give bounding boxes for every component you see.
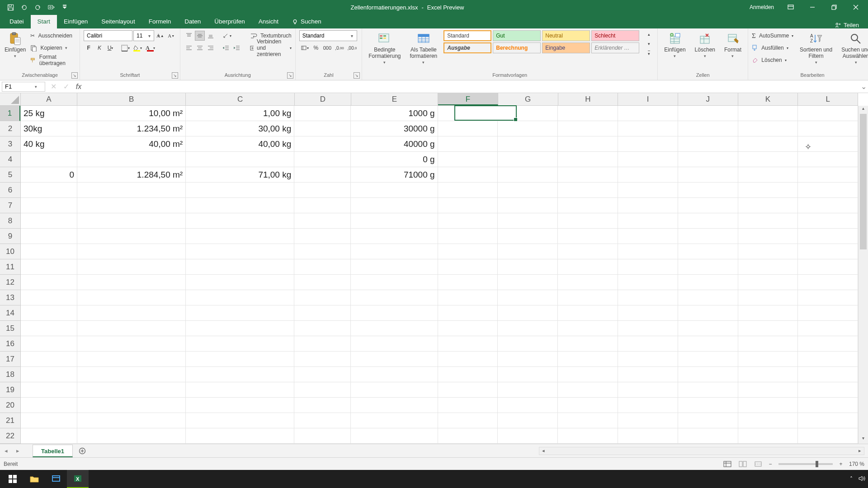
gallery-more-icon[interactable]: ▾ [644, 49, 654, 57]
cell[interactable] [21, 428, 77, 444]
cell[interactable] [798, 275, 858, 290]
cell[interactable] [438, 183, 498, 198]
cell[interactable] [294, 183, 351, 198]
sheet-nav-next-icon[interactable]: ▸ [12, 447, 24, 454]
cell[interactable] [294, 336, 351, 352]
cell[interactable] [558, 305, 618, 321]
cell[interactable] [186, 382, 294, 398]
cell[interactable] [618, 229, 678, 244]
cell[interactable] [678, 229, 738, 244]
cell[interactable] [21, 321, 77, 336]
cell[interactable] [798, 382, 858, 398]
cell[interactable] [438, 244, 498, 259]
cell[interactable] [438, 275, 498, 290]
cell[interactable] [798, 244, 858, 259]
tray-volume-icon[interactable] [858, 475, 865, 483]
style-bad[interactable]: Schlecht [591, 30, 639, 41]
cell[interactable] [498, 198, 558, 213]
cell[interactable] [738, 305, 798, 321]
align-middle-icon[interactable] [195, 31, 205, 41]
cell[interactable] [438, 152, 498, 167]
cell[interactable] [77, 336, 186, 352]
cell[interactable] [558, 428, 618, 444]
row-header-11[interactable]: 11 [0, 259, 20, 275]
conditional-formatting-button[interactable]: Bedingte Formatierung▾ [366, 30, 403, 66]
cell[interactable] [351, 198, 438, 213]
cell[interactable] [438, 290, 498, 305]
cell[interactable] [618, 382, 678, 398]
italic-button[interactable]: K [94, 43, 104, 53]
cell[interactable] [351, 275, 438, 290]
cell[interactable] [186, 321, 294, 336]
zoom-out-button[interactable]: − [766, 461, 775, 467]
cell[interactable] [186, 213, 294, 229]
cell[interactable] [21, 275, 77, 290]
view-normal-icon[interactable] [720, 459, 735, 469]
tab-formulas[interactable]: Formeln [142, 15, 178, 28]
tab-insert[interactable]: Einfügen [57, 15, 94, 28]
column-header-L[interactable]: L [798, 93, 858, 105]
view-page-layout-icon[interactable] [735, 459, 750, 469]
cell[interactable] [351, 352, 438, 367]
cell[interactable] [21, 152, 77, 167]
ribbon-display-icon[interactable] [780, 0, 801, 14]
undo-icon[interactable] [18, 1, 30, 13]
cell[interactable] [77, 152, 186, 167]
cell[interactable]: 10,00 m² [77, 106, 186, 121]
cell[interactable] [678, 259, 738, 275]
cell[interactable] [186, 305, 294, 321]
cell[interactable] [738, 213, 798, 229]
cell[interactable] [294, 367, 351, 382]
cell[interactable] [798, 106, 858, 121]
cell[interactable] [294, 413, 351, 428]
close-icon[interactable] [845, 0, 866, 14]
cell[interactable] [294, 321, 351, 336]
cell[interactable] [678, 213, 738, 229]
name-box[interactable]: ▾ [2, 82, 45, 92]
cell[interactable] [21, 367, 77, 382]
cell[interactable] [618, 106, 678, 121]
align-bottom-icon[interactable] [206, 31, 216, 41]
cell[interactable] [351, 213, 438, 229]
cell[interactable] [558, 275, 618, 290]
cell[interactable] [618, 321, 678, 336]
expand-formula-bar-icon[interactable]: ⌄ [859, 82, 868, 91]
cell[interactable] [498, 213, 558, 229]
zoom-in-button[interactable]: + [836, 461, 845, 467]
cell[interactable] [186, 275, 294, 290]
increase-font-icon[interactable]: A▲ [155, 31, 165, 41]
cell[interactable] [77, 352, 186, 367]
cell[interactable] [438, 259, 498, 275]
horizontal-scrollbar[interactable]: ◂▸ [539, 447, 864, 455]
cell[interactable] [678, 398, 738, 413]
format-painter-button[interactable]: Format übertragen [30, 55, 76, 66]
cell[interactable] [678, 382, 738, 398]
cell[interactable] [618, 336, 678, 352]
cell[interactable]: 40,00 m² [77, 136, 186, 152]
tab-file[interactable]: Datei [3, 15, 31, 28]
cell[interactable] [798, 336, 858, 352]
cell[interactable] [351, 183, 438, 198]
cell[interactable]: 1.284,50 m² [77, 167, 186, 183]
row-header-5[interactable]: 5 [0, 167, 20, 183]
cell[interactable] [618, 398, 678, 413]
cell[interactable] [618, 213, 678, 229]
merge-center-button[interactable]: Verbinden und zentrieren▾ [250, 42, 292, 53]
row-header-15[interactable]: 15 [0, 321, 20, 336]
zoom-slider[interactable] [778, 463, 833, 465]
sort-filter-button[interactable]: AZSortieren und Filtern▾ [797, 30, 835, 66]
cell[interactable] [438, 121, 498, 136]
cell[interactable] [77, 428, 186, 444]
cell[interactable] [558, 136, 618, 152]
cell[interactable] [77, 275, 186, 290]
cell[interactable] [186, 336, 294, 352]
row-header-14[interactable]: 14 [0, 305, 20, 321]
fx-icon[interactable]: fx [72, 82, 85, 92]
style-neutral[interactable]: Neutral [542, 30, 590, 41]
cell[interactable] [186, 229, 294, 244]
cell[interactable] [498, 305, 558, 321]
cell[interactable] [498, 428, 558, 444]
row-header-20[interactable]: 20 [0, 398, 20, 413]
cell[interactable] [678, 336, 738, 352]
copy-button[interactable]: Kopieren▾ [30, 42, 76, 53]
